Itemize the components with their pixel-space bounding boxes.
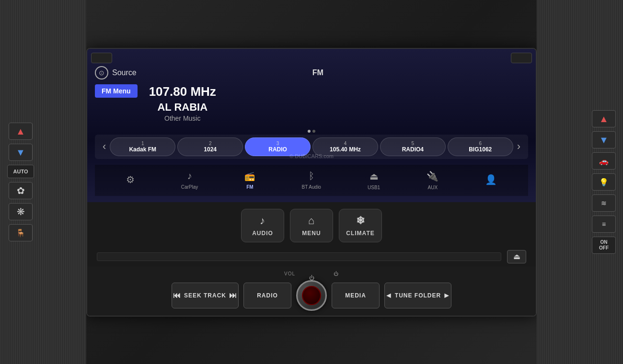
- right-temp-down-button[interactable]: ▼: [592, 131, 616, 148]
- left-fan2-button[interactable]: ❋: [9, 203, 33, 220]
- fm-menu-button[interactable]: FM Menu: [95, 84, 138, 98]
- bt-audio-source[interactable]: ᛒ BT Audio: [297, 169, 326, 192]
- preset-next-button[interactable]: ›: [513, 140, 524, 153]
- volume-knob-container: ⏻: [296, 280, 327, 311]
- dot-1: [308, 130, 311, 133]
- settings-source[interactable]: ⚙: [121, 172, 139, 188]
- tune-folder-label: TUNE FOLDER: [395, 292, 441, 299]
- climate-label: CLIMATE: [346, 230, 374, 237]
- page-dots: [95, 130, 528, 133]
- usb1-label: USB1: [368, 185, 380, 190]
- quick-buttons-row: ♪ AUDIO ⌂ MENU ❄ CLIMATE: [87, 202, 536, 247]
- audio-icon: ♪: [260, 215, 265, 227]
- bt-label: BT Audio: [302, 184, 321, 190]
- cd-slot: [97, 252, 501, 261]
- aux-icon: 🔌: [427, 171, 438, 182]
- fm-label: FM: [246, 184, 253, 190]
- user-icon: 👤: [485, 174, 497, 185]
- fm-source[interactable]: 📻 FM: [240, 169, 260, 192]
- right-temp-up-button[interactable]: ▲: [592, 110, 616, 127]
- user-source[interactable]: 👤: [480, 172, 502, 188]
- media-label: MEDIA: [345, 292, 366, 299]
- preset-1[interactable]: 1 Kadak FM: [110, 137, 175, 156]
- audio-label: AUDIO: [252, 230, 273, 237]
- seek-next-icon: ⏭: [229, 291, 237, 300]
- tune-prev-icon: ◄: [385, 291, 393, 300]
- preset-prev-button[interactable]: ‹: [99, 140, 110, 153]
- vol-label: VOL: [284, 271, 295, 276]
- dot-2: [312, 130, 315, 133]
- preset-6[interactable]: 6 BIG1062: [448, 137, 513, 156]
- volume-knob[interactable]: ⏻: [296, 280, 327, 311]
- power-label-top: ⏻: [334, 271, 339, 276]
- climate-icon: ❄: [356, 215, 365, 227]
- left-temp-up-button[interactable]: ▲: [9, 123, 33, 140]
- aux-source[interactable]: 🔌 AUX: [422, 169, 443, 192]
- source-row: ⚙ ♪ CarPlay 📻 FM ᛒ BT Audio: [95, 165, 528, 196]
- seek-prev-icon: ⏮: [173, 291, 181, 300]
- watermark: © DUBICARS.com: [289, 153, 334, 159]
- right-controls: ▲ ▼ 🚗 💡 ≋ ≡ ONOFF: [592, 110, 616, 254]
- tune-folder-button[interactable]: ◄ TUNE FOLDER ►: [384, 283, 451, 308]
- source-icon: ⊙: [95, 66, 108, 80]
- right-light-button[interactable]: 💡: [592, 173, 616, 191]
- usb-icon: ⏏: [369, 171, 379, 182]
- screen: ⊙ Source FM FM Menu 107.80 MHz AL RABIA …: [87, 49, 536, 202]
- left-temp-down-button[interactable]: ▼: [9, 144, 33, 161]
- eject-button[interactable]: ⏏: [507, 250, 526, 263]
- bt-icon: ᛒ: [309, 171, 314, 182]
- top-right-corner-btn[interactable]: [511, 53, 532, 63]
- preset-5[interactable]: 5 RADIO4: [380, 137, 446, 156]
- menu-label: MENU: [302, 230, 321, 237]
- usb1-source[interactable]: ⏏ USB1: [363, 169, 385, 192]
- menu-icon: ⌂: [308, 215, 315, 227]
- seek-track-label: SEEK TRACK: [184, 292, 226, 299]
- left-controls: ▲ ▼ AUTO ✿ ❋ 🪑: [7, 123, 34, 241]
- carplay-source[interactable]: ♪ CarPlay: [176, 169, 203, 192]
- radio-label: RADIO: [257, 292, 278, 299]
- carplay-icon: ♪: [187, 171, 192, 182]
- carplay-label: CarPlay: [181, 184, 198, 190]
- cd-slot-row: ⏏: [87, 247, 536, 266]
- source-value: FM: [312, 68, 323, 77]
- station-genre: Other Music: [149, 114, 216, 122]
- radio-button[interactable]: RADIO: [243, 283, 291, 308]
- center-unit: ⊙ Source FM FM Menu 107.80 MHz AL RABIA …: [86, 48, 537, 317]
- screen-inner: ⊙ Source FM FM Menu 107.80 MHz AL RABIA …: [87, 49, 536, 202]
- station-name: AL RABIA: [149, 101, 216, 114]
- source-label: Source: [112, 68, 137, 77]
- settings-icon: ⚙: [126, 174, 135, 185]
- tune-next-icon: ►: [443, 291, 451, 300]
- left-seat-button[interactable]: 🪑: [9, 224, 33, 241]
- bottom-controls: VOL ⏻ ⏮ SEEK TRACK ⏭ RADIO: [87, 266, 536, 316]
- auto-button[interactable]: AUTO: [7, 165, 34, 178]
- aux-label: AUX: [428, 185, 438, 190]
- power-icon: ⏻: [309, 275, 314, 281]
- station-info: FM Menu 107.80 MHz AL RABIA Other Music: [95, 84, 528, 122]
- right-heat2-button[interactable]: ≡: [592, 216, 616, 233]
- menu-quick-button[interactable]: ⌂ MENU: [290, 209, 333, 242]
- right-heat1-button[interactable]: ≋: [592, 194, 616, 212]
- media-button[interactable]: MEDIA: [332, 283, 380, 308]
- car-panel: ▲ ▼ AUTO ✿ ❋ 🪑 ▲ ▼ 🚗 💡 ≋ ≡ ONOFF: [0, 0, 623, 364]
- fm-icon: 📻: [244, 171, 255, 182]
- right-car-button[interactable]: 🚗: [592, 152, 616, 170]
- volume-knob-inner: [302, 286, 321, 305]
- on-off-button[interactable]: ONOFF: [592, 237, 616, 254]
- bottom-button-row: ⏮ SEEK TRACK ⏭ RADIO ⏻: [97, 280, 526, 311]
- audio-quick-button[interactable]: ♪ AUDIO: [241, 209, 284, 242]
- top-left-corner-btn[interactable]: [91, 53, 112, 63]
- station-frequency: 107.80 MHz: [149, 84, 216, 99]
- screen-header: ⊙ Source FM: [95, 66, 528, 80]
- seek-track-button[interactable]: ⏮ SEEK TRACK ⏭: [172, 283, 239, 308]
- climate-quick-button[interactable]: ❄ CLIMATE: [339, 209, 382, 242]
- lower-section: ♪ AUDIO ⌂ MENU ❄ CLIMATE ⏏: [87, 202, 536, 316]
- preset-2[interactable]: 2 1024: [177, 137, 243, 156]
- left-fan-button[interactable]: ✿: [9, 182, 33, 199]
- source-section: ⊙ Source: [95, 66, 137, 80]
- corner-buttons: [91, 53, 532, 63]
